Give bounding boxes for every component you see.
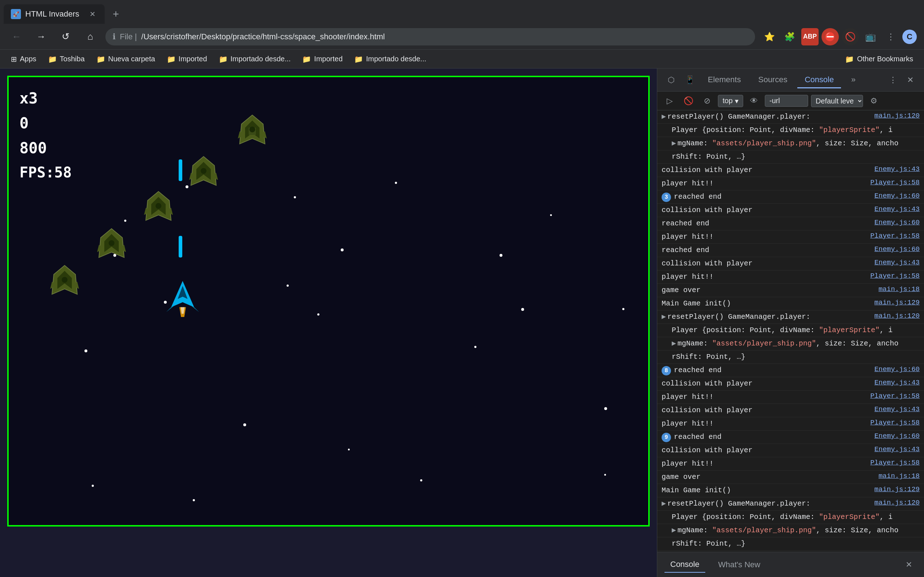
message-text: Main Game init() (662, 485, 874, 495)
expand-icon[interactable]: ▶ (662, 312, 666, 321)
home-button[interactable]: ⌂ (81, 27, 100, 46)
eye-button[interactable]: 👁 (746, 93, 762, 109)
devtools-close-button[interactable]: ✕ (902, 72, 918, 88)
message-text: reached end (662, 245, 874, 255)
message-source[interactable]: Player.js:58 (870, 272, 920, 280)
extensions-button[interactable]: 🧩 (781, 28, 798, 45)
tab-close-button[interactable]: ✕ (87, 9, 97, 19)
cast-button[interactable]: 📺 (862, 28, 879, 45)
message-source[interactable]: Player.js:58 (870, 419, 920, 427)
message-source[interactable]: Enemy.js:43 (874, 205, 920, 213)
bookmarks-bar: ⊞ Apps 📁 Toshiba 📁 Nueva carpeta 📁 Impor… (0, 50, 924, 69)
importado-2-label: Importado desde... (366, 55, 426, 63)
star (92, 485, 94, 487)
message-source[interactable]: main.js:129 (874, 298, 920, 306)
bottom-tab-whats-new[interactable]: What's New (712, 557, 766, 572)
message-text: player hit!! (662, 419, 870, 429)
log-level-select[interactable]: Default leve Verbose Info Warnings Error… (811, 95, 863, 107)
message-source[interactable]: Enemy.js:60 (874, 365, 920, 373)
stop-extension[interactable]: ⛔ (822, 28, 839, 45)
bookmark-imported-1[interactable]: 📁 Imported (162, 53, 212, 66)
console-message: collision with player Enemy.js:43 (657, 164, 924, 177)
console-message: collision with player Enemy.js:43 (657, 257, 924, 271)
bookmark-importado-1[interactable]: 📁 Importado desde... (214, 53, 296, 66)
forward-button[interactable]: → (32, 27, 50, 46)
console-message: player hit!! Player.js:58 (657, 390, 924, 404)
message-source[interactable]: Enemy.js:43 (874, 165, 920, 173)
tab-console[interactable]: Console (797, 72, 841, 89)
expand-sub-icon[interactable]: ▶ (672, 338, 676, 348)
message-source[interactable]: main.js:18 (879, 472, 920, 480)
url-bar[interactable]: ℹ File | /Users/cristofher/Desktop/pract… (105, 28, 755, 45)
main-content: x3 0 800 FPS:58 (0, 69, 924, 577)
reload-button[interactable]: ↺ (56, 27, 75, 46)
filter-input[interactable] (765, 95, 808, 107)
message-source[interactable]: Enemy.js:60 (874, 245, 920, 253)
console-clear-button[interactable]: 🚫 (680, 93, 696, 109)
bookmark-imported-2[interactable]: 📁 Imported (297, 53, 347, 66)
new-tab-button[interactable]: + (106, 4, 126, 24)
message-source[interactable]: Enemy.js:60 (874, 219, 920, 226)
console-message-sub: rShift: Point, …} (657, 150, 924, 164)
message-source[interactable]: Player.js:58 (870, 179, 920, 187)
message-source[interactable]: Enemy.js:43 (874, 259, 920, 266)
message-source[interactable]: Enemy.js:43 (874, 379, 920, 387)
message-source[interactable]: main.js:120 (874, 312, 920, 320)
message-source[interactable]: Enemy.js:60 (874, 432, 920, 440)
other-bookmarks-button[interactable]: 📁 Other Bookmarks (840, 53, 918, 66)
more-button[interactable]: ⋮ (882, 28, 900, 45)
bookmark-toshiba[interactable]: 📁 Toshiba (43, 53, 90, 66)
message-source[interactable]: main.js:18 (879, 285, 920, 293)
context-selector[interactable]: top ▾ (718, 95, 743, 107)
toolbar-icons: ⭐ 🧩 ABP ⛔ 🚫 📺 ⋮ C (761, 28, 917, 45)
console-run-button[interactable]: ▷ (662, 93, 677, 109)
tab-sources[interactable]: Sources (751, 72, 795, 89)
expand-icon[interactable]: ▶ (662, 112, 666, 121)
message-text: Main Game init() (662, 298, 874, 309)
message-source[interactable]: Player.js:58 (870, 459, 920, 467)
device-toggle-button[interactable]: 📱 (682, 72, 698, 88)
bookmark-nueva-carpeta[interactable]: 📁 Nueva carpeta (91, 53, 160, 66)
star (499, 254, 502, 257)
svg-point-18 (109, 240, 115, 246)
expand-icon[interactable]: ▶ (662, 499, 666, 508)
console-filter-icon[interactable]: ⊘ (699, 93, 715, 109)
game-canvas: x3 0 800 FPS:58 (7, 76, 650, 527)
star (622, 308, 624, 310)
enemy-ship (97, 227, 126, 259)
message-source[interactable]: Enemy.js:43 (874, 445, 920, 453)
inspect-button[interactable]: ⬡ (663, 72, 679, 88)
devtools-settings-button[interactable]: ⋮ (885, 72, 901, 88)
active-tab[interactable]: 🚀 HTML Invaders ✕ (3, 4, 105, 24)
back-button[interactable]: ← (7, 27, 26, 46)
devtools-toolbar: ⬡ 📱 Elements Sources Console » ⋮ ✕ (657, 69, 924, 92)
context-label: top (723, 97, 733, 105)
message-source[interactable]: Enemy.js:60 (874, 192, 920, 200)
devtools-bottom-close-button[interactable]: ✕ (901, 557, 917, 573)
message-source[interactable]: Enemy.js:43 (874, 405, 920, 413)
profile-button[interactable]: C (902, 29, 917, 44)
message-source[interactable]: main.js:129 (874, 485, 920, 493)
bookmark-importado-2[interactable]: 📁 Importado desde... (349, 53, 431, 66)
message-source[interactable]: main.js:120 (874, 499, 920, 507)
console-prompt[interactable]: › (657, 551, 924, 552)
console-message-sub: Player {position: Point, divName: "playe… (657, 124, 924, 137)
bottom-tab-console[interactable]: Console (664, 557, 705, 573)
abp-extension[interactable]: ABP (801, 28, 819, 45)
expand-sub-icon[interactable]: ▶ (672, 139, 676, 148)
game-area: x3 0 800 FPS:58 (0, 69, 657, 577)
bookmark-star-button[interactable]: ⭐ (761, 28, 778, 45)
console-messages[interactable]: ▶ resetPlayer() GameManager.player: main… (657, 110, 924, 552)
block-extension[interactable]: 🚫 (842, 28, 859, 45)
console-settings-icon[interactable]: ⚙ (866, 93, 882, 109)
tab-elements[interactable]: Elements (701, 72, 748, 89)
tab-more[interactable]: » (844, 72, 863, 89)
bookmark-apps[interactable]: ⊞ Apps (6, 53, 42, 66)
message-source[interactable]: Player.js:58 (870, 392, 920, 400)
message-source[interactable]: main.js:120 (874, 112, 920, 120)
message-source[interactable]: Player.js:58 (870, 232, 920, 240)
console-message: Main Game init() main.js:129 (657, 297, 924, 311)
player-ship (165, 281, 201, 317)
message-text: collision with player (662, 445, 874, 456)
expand-sub-icon[interactable]: ▶ (672, 525, 676, 534)
